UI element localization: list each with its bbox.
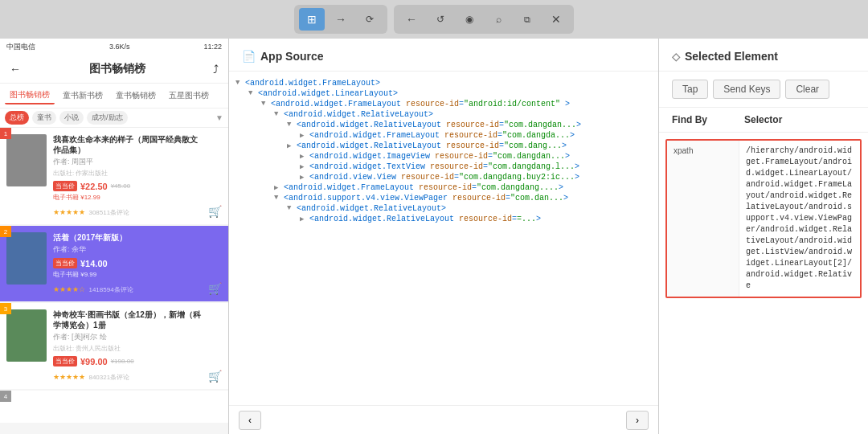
filter-success[interactable]: 成功/励志 [87, 111, 128, 125]
tree-toggle[interactable]: ▶ [300, 173, 309, 182]
cart-icon[interactable]: 🛒 [208, 205, 222, 218]
ebook-price: 电子书籍 ¥9.99 [53, 270, 202, 279]
tree-toggle[interactable]: ▼ [235, 79, 245, 87]
back-icon[interactable]: ← [10, 63, 21, 76]
tree-node[interactable]: ▼ <android.widget.FrameLayout> [229, 78, 658, 88]
tree-toggle[interactable]: ▼ [248, 89, 258, 97]
review-count: 308511条评论 [88, 209, 129, 216]
tree-node[interactable]: ▼ <android.widget.RelativeLayout> [229, 203, 658, 214]
tree-content: <android.widget.LinearLayout> [258, 89, 398, 98]
refresh-device-button[interactable]: ⟳ [357, 8, 383, 31]
review-count: 840321条评论 [88, 374, 129, 381]
tree-node[interactable]: ▼ <android.support.v4.view.ViewPager res… [229, 193, 658, 203]
speed-label: 3.6K/s [109, 43, 130, 51]
tree-content: <android.widget.FrameLayout resource-id=… [309, 131, 575, 140]
book-rank: 3 [0, 303, 11, 314]
list-item: 1 我喜欢生命本来的样子（周国平经典散文作品集） 作者: 周国平 出版社: 作家… [0, 128, 228, 224]
filter-all[interactable]: 总榜 [5, 111, 29, 125]
tree-node[interactable]: ▶ <android.widget.ImageView resource-id=… [229, 151, 658, 162]
tree-toggle[interactable]: ▼ [274, 110, 284, 118]
selector-cell: /hierarchy/android.widget.FrameLayout/an… [739, 141, 860, 297]
book-rank: 1 [0, 128, 11, 139]
filter-more[interactable]: ▼ [215, 113, 223, 122]
tree-content: <android.widget.FrameLayout resource-id=… [284, 183, 563, 192]
list-item: 4 [0, 391, 228, 423]
tab-bestsellers[interactable]: 图书畅销榜 [5, 87, 55, 104]
element-header-icon: ◇ [672, 51, 680, 63]
tree-node[interactable]: ▼ <android.widget.RelativeLayout resourc… [229, 120, 658, 130]
tap-button[interactable]: Tap [672, 80, 708, 99]
tree-toggle[interactable]: ▶ [300, 152, 309, 161]
tree-content: <android.widget.FrameLayout resource-id=… [271, 100, 570, 108]
eye-button[interactable]: ◉ [457, 8, 482, 31]
tree-toggle[interactable]: ▶ [274, 183, 284, 192]
tab-childrens-new[interactable]: 童书新书榜 [58, 88, 108, 104]
source-nav: ‹ › [229, 405, 658, 434]
time-label: 11:22 [203, 43, 222, 51]
cart-icon[interactable]: 🛒 [208, 282, 222, 295]
phone-filter: 总榜 童书 小说 成功/励志 ▼ [0, 108, 228, 128]
review-row: ★★★★★ 308511条评论 [53, 203, 202, 218]
ebook-price: 电子书籍 ¥12.99 [53, 193, 202, 202]
toolbar-group-right: ← ↺ ◉ ⌕ ⧉ ✕ [394, 5, 574, 34]
source-panel: 📄 App Source ▼ <android.widget.FrameLayo… [229, 39, 659, 434]
filter-novel[interactable]: 小说 [59, 111, 84, 125]
tree-content: <android.widget.RelativeLayout> [297, 204, 446, 213]
tree-toggle[interactable]: ▼ [287, 204, 297, 212]
phone-panel: 中国电信 3.6K/s 11:22 ← 图书畅销榜 ⤴ 图书畅销榜 童书新书榜 … [0, 39, 229, 434]
tab-childrens-best[interactable]: 童书畅销榜 [111, 88, 161, 104]
source-header-title: App Source [260, 50, 324, 63]
tree-node[interactable]: ▶ <android.widget.FrameLayout resource-i… [229, 130, 658, 141]
tree-node[interactable]: ▶ <android.widget.TextView resource-id="… [229, 162, 658, 172]
book-author: 作者: [美]柯尔 绘 [53, 332, 202, 342]
tree-node[interactable]: ▶ <android.widget.RelativeLayout resourc… [229, 141, 658, 151]
carrier-label: 中国电信 [6, 42, 35, 52]
tree-toggle[interactable]: ▼ [261, 100, 271, 108]
back-button[interactable]: ← [399, 8, 424, 31]
stars: ★★★★★ [53, 373, 85, 381]
main-content: 中国电信 3.6K/s 11:22 ← 图书畅销榜 ⤴ 图书畅销榜 童书新书榜 … [0, 39, 868, 434]
table-header: Find By Selector [659, 108, 868, 133]
page-title: 图书畅销榜 [89, 62, 145, 76]
tree-toggle[interactable]: ▶ [300, 162, 309, 171]
tree-node[interactable]: ▼ <android.widget.LinearLayout> [229, 88, 658, 99]
tree-toggle[interactable]: ▼ [274, 194, 284, 202]
tree-node[interactable]: ▼ <android.widget.FrameLayout resource-i… [229, 99, 658, 109]
filter-children[interactable]: 童书 [32, 111, 56, 125]
prev-button[interactable]: ‹ [239, 411, 261, 430]
tree-toggle[interactable]: ▶ [287, 141, 297, 150]
tree-node[interactable]: ▶ <android.widget.FrameLayout resource-i… [229, 182, 658, 193]
tree-node[interactable]: ▼ <android.widget.RelativeLayout> [229, 109, 658, 120]
book-author: 作者: 周国平 [53, 157, 202, 167]
cart-icon[interactable]: 🛒 [208, 370, 222, 383]
screen-button[interactable]: ⊞ [299, 8, 325, 31]
close-button[interactable]: ✕ [543, 8, 569, 31]
stars: ★★★★★ [53, 208, 85, 216]
tree-content: <android.widget.RelativeLayout resource-… [297, 121, 581, 129]
arrow-right-button[interactable]: → [328, 8, 354, 31]
review-row: ★★★★☆ 1418594条评论 [53, 280, 202, 295]
book-rank: 2 [0, 226, 11, 237]
tree-node[interactable]: ▶ <android.widget.RelativeLayout resourc… [229, 214, 658, 224]
find-by-table: Find By Selector xpath /hierarchy/androi… [659, 108, 868, 434]
tree-toggle[interactable]: ▶ [300, 215, 309, 223]
tree-node[interactable]: ▶ <android.view.View resource-id="com.da… [229, 172, 658, 182]
search-button[interactable]: ⌕ [485, 8, 511, 31]
tab-five-star[interactable]: 五星图书榜 [164, 88, 214, 104]
next-button[interactable]: › [626, 411, 649, 430]
price-current: ¥14.00 [80, 259, 108, 268]
book-cover [6, 232, 47, 285]
send-keys-button[interactable]: Send Keys [713, 80, 780, 99]
tree-toggle[interactable]: ▶ [300, 131, 309, 140]
copy-button[interactable]: ⧉ [514, 8, 540, 31]
phone-statusbar: 中国电信 3.6K/s 11:22 [0, 39, 228, 55]
reload-button[interactable]: ↺ [428, 8, 453, 31]
tree-content: <android.widget.ImageView resource-id="c… [309, 152, 570, 161]
tree-toggle[interactable]: ▼ [287, 121, 297, 129]
element-header-title: Selected Element [685, 50, 778, 63]
review-count: 1418594条评论 [88, 286, 133, 293]
book-info: 活着（2017年新版） 作者: 余华 当当价 ¥14.00 电子书籍 ¥9.99… [53, 232, 202, 295]
clear-button[interactable]: Clear [785, 80, 829, 99]
share-icon[interactable]: ⤴ [213, 63, 219, 76]
book-title: 活着（2017年新版） [53, 232, 202, 243]
